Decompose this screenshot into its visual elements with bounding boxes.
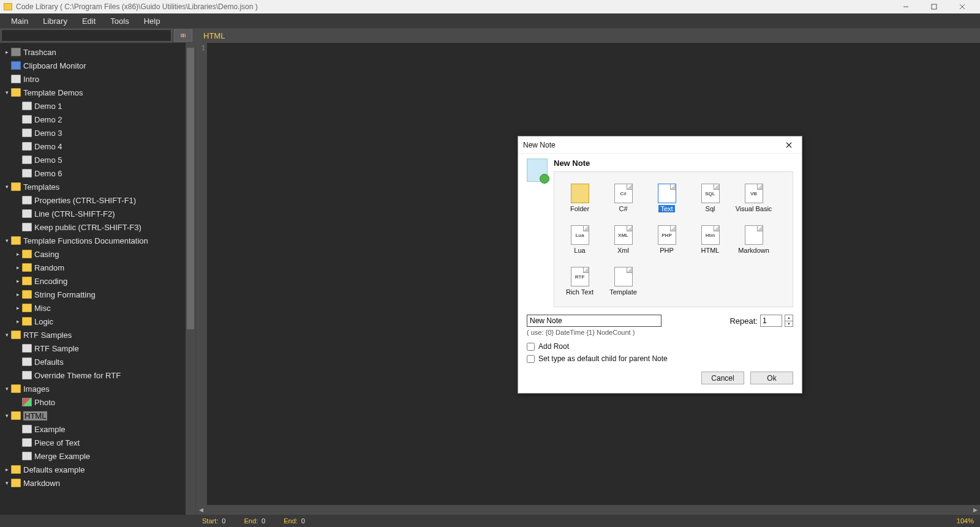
tree-item-label: HTML bbox=[23, 411, 47, 420]
tree-expander-icon[interactable]: ▾ bbox=[4, 413, 10, 419]
note-type-item[interactable]: Template bbox=[601, 260, 645, 302]
file-icon bbox=[11, 75, 21, 83]
tree-expander-icon[interactable]: ▸ bbox=[15, 305, 21, 311]
search-input[interactable] bbox=[1, 29, 172, 42]
tree-item[interactable]: ▸Misc bbox=[1, 301, 184, 315]
tree-item[interactable]: ▸Logic bbox=[1, 315, 184, 328]
menu-library[interactable]: Library bbox=[36, 15, 75, 28]
tree-item[interactable]: ▸Encoding bbox=[1, 274, 184, 288]
tree-item[interactable]: Example bbox=[1, 422, 184, 436]
file-icon bbox=[22, 115, 32, 124]
tree-item[interactable]: ▸String Formatting bbox=[1, 288, 184, 301]
tree-item[interactable]: Override Theme for RTF bbox=[1, 368, 184, 382]
main-area: ▸TrashcanClipboard MonitorIntro▾Template… bbox=[0, 43, 980, 515]
tree-item[interactable]: Piece of Text bbox=[1, 436, 184, 449]
tree-item-label: Defaults bbox=[34, 357, 64, 367]
note-type-item[interactable]: RTFRich Text bbox=[558, 260, 601, 302]
tree-item[interactable]: Keep public (CTRL-SHIFT-F3) bbox=[1, 220, 184, 234]
tree-item[interactable]: Defaults bbox=[1, 355, 184, 368]
default-child-checkbox[interactable] bbox=[527, 355, 535, 363]
modal-backdrop: New Note New Note FolderC#C#TextSQLSqlVB… bbox=[196, 43, 980, 515]
menu-edit[interactable]: Edit bbox=[75, 15, 103, 28]
tree-item-label: String Formatting bbox=[34, 290, 96, 299]
tree-item[interactable]: ▸Casing bbox=[1, 247, 184, 261]
tree-item[interactable]: Photo bbox=[1, 395, 184, 409]
tree-item[interactable]: Demo 3 bbox=[1, 126, 184, 140]
tree-expander-icon[interactable]: ▸ bbox=[4, 49, 10, 55]
folder-icon bbox=[11, 465, 21, 474]
tree-item[interactable]: ▾Images bbox=[1, 382, 184, 395]
tree[interactable]: ▸TrashcanClipboard MonitorIntro▾Template… bbox=[0, 43, 186, 515]
tree-expander-icon[interactable]: ▸ bbox=[15, 251, 21, 257]
tree-item[interactable]: Demo 4 bbox=[1, 140, 184, 153]
repeat-input[interactable] bbox=[760, 315, 782, 327]
tree-item[interactable]: Properties (CTRL-SHIFT-F1) bbox=[1, 193, 184, 207]
note-type-item[interactable]: SQLSql bbox=[688, 177, 732, 219]
tree-item[interactable]: ▸Random bbox=[1, 261, 184, 274]
maximize-button[interactable] bbox=[920, 0, 948, 13]
menu-tools[interactable]: Tools bbox=[103, 15, 136, 28]
close-window-button[interactable] bbox=[948, 0, 976, 13]
tree-item[interactable]: Demo 2 bbox=[1, 113, 184, 126]
tree-item[interactable]: ▾HTML bbox=[1, 409, 184, 422]
tree-item[interactable]: Merge Example bbox=[1, 449, 184, 463]
filter-button[interactable] bbox=[174, 29, 192, 42]
tree-expander-icon[interactable]: ▾ bbox=[4, 89, 10, 95]
folder-icon bbox=[11, 331, 21, 339]
menu-help[interactable]: Help bbox=[137, 15, 168, 28]
note-type-item[interactable]: C#C# bbox=[601, 177, 645, 219]
tree-item[interactable]: ▾Templates bbox=[1, 180, 184, 193]
menu-main[interactable]: Main bbox=[4, 15, 36, 28]
editor-tab[interactable]: HTML bbox=[197, 29, 231, 42]
dialog-close-button[interactable] bbox=[781, 137, 797, 153]
folder-icon bbox=[11, 182, 21, 191]
tree-expander-icon[interactable]: ▸ bbox=[15, 278, 21, 284]
ok-button[interactable]: Ok bbox=[750, 372, 793, 384]
tree-item[interactable]: ▾Template Functions Documentation bbox=[1, 234, 184, 247]
tree-item[interactable]: ▾Template Demos bbox=[1, 86, 184, 99]
zoom-level[interactable]: 104% bbox=[957, 517, 974, 525]
tree-item[interactable]: ▾RTF Samples bbox=[1, 328, 184, 342]
tree-expander-icon[interactable]: ▾ bbox=[4, 480, 10, 486]
tree-item[interactable]: ▸Trashcan bbox=[1, 45, 184, 59]
statusbar: Start: 0 End: 0 End: 0 104% bbox=[0, 515, 980, 527]
tree-item[interactable]: ▾Markdown bbox=[1, 476, 184, 490]
cancel-button[interactable]: Cancel bbox=[701, 372, 744, 384]
tree-item[interactable]: Line (CTRL-SHIFT-F2) bbox=[1, 207, 184, 220]
tree-item-label: RTF Sample bbox=[34, 344, 79, 353]
scrollbar-thumb[interactable] bbox=[187, 48, 194, 329]
editor[interactable]: 1 ◀ ▶ New Note New Note bbox=[196, 43, 980, 515]
tree-scrollbar[interactable] bbox=[186, 43, 195, 515]
tree-expander-icon[interactable]: ▸ bbox=[4, 466, 10, 473]
repeat-spinner[interactable]: ▲▼ bbox=[785, 315, 793, 327]
note-type-item[interactable]: XMLXml bbox=[601, 219, 645, 260]
tree-item[interactable]: Clipboard Monitor bbox=[1, 59, 184, 72]
note-type-item[interactable]: HtmHTML bbox=[688, 219, 732, 260]
tree-expander-icon[interactable]: ▾ bbox=[4, 237, 10, 244]
tree-expander-icon[interactable]: ▸ bbox=[15, 291, 21, 297]
tree-item[interactable]: RTF Sample bbox=[1, 342, 184, 355]
status-start-label: Start: bbox=[202, 517, 218, 525]
add-root-checkbox[interactable] bbox=[527, 343, 535, 351]
spin-up-icon[interactable]: ▲ bbox=[785, 315, 793, 321]
note-type-item[interactable]: VBVisual Basic bbox=[732, 177, 775, 219]
tree-item[interactable]: Intro bbox=[1, 72, 184, 86]
tree-expander-icon[interactable]: ▾ bbox=[4, 386, 10, 392]
spin-down-icon[interactable]: ▼ bbox=[785, 321, 793, 327]
note-type-item[interactable]: LuaLua bbox=[558, 219, 601, 260]
note-type-icon bbox=[745, 225, 763, 245]
tree-expander-icon[interactable]: ▸ bbox=[15, 264, 21, 271]
minimize-button[interactable] bbox=[892, 0, 920, 13]
tree-expander-icon[interactable]: ▾ bbox=[4, 332, 10, 338]
tree-item[interactable]: ▸Defaults example bbox=[1, 463, 184, 476]
note-type-item[interactable]: Text bbox=[645, 177, 688, 219]
note-name-input[interactable] bbox=[527, 315, 662, 327]
note-type-item[interactable]: Folder bbox=[558, 177, 601, 219]
tree-expander-icon[interactable]: ▾ bbox=[4, 184, 10, 190]
note-type-item[interactable]: Markdown bbox=[732, 219, 775, 260]
tree-expander-icon[interactable]: ▸ bbox=[15, 318, 21, 324]
tree-item[interactable]: Demo 5 bbox=[1, 153, 184, 166]
tree-item[interactable]: Demo 1 bbox=[1, 99, 184, 113]
tree-item[interactable]: Demo 6 bbox=[1, 166, 184, 180]
note-type-item[interactable]: PHPPHP bbox=[645, 219, 688, 260]
